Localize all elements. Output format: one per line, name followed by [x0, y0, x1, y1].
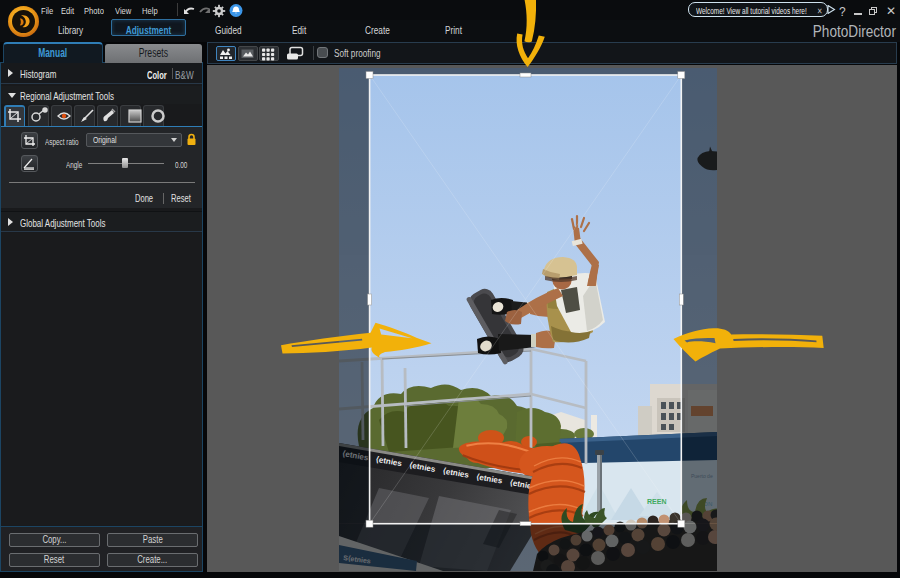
svg-text:REEN: REEN — [647, 498, 666, 505]
